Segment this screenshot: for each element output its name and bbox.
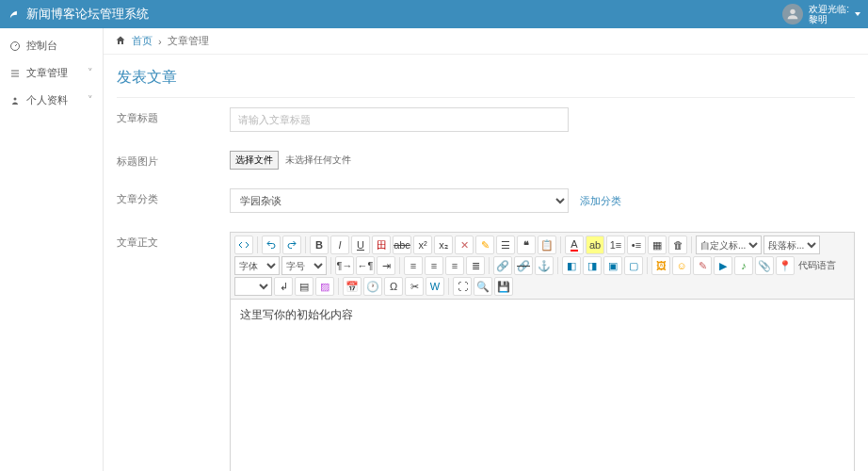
main: 首页 › 文章管理 发表文章 文章标题 标题图片 选择文件 未选择任何文件 文章… [104,28,868,471]
strike-icon[interactable]: abc [393,236,411,254]
label-body: 文章正文 [117,232,230,250]
link-icon[interactable]: 🔗 [493,256,512,275]
imgnone-icon[interactable]: ▢ [624,256,643,275]
formatmatch-icon[interactable]: ✎ [475,236,494,254]
breadcrumb: 首页 › 文章管理 [104,28,868,55]
snapscreen-icon[interactable]: ✂ [405,277,424,296]
file-status: 未选择任何文件 [285,154,351,165]
attachment-icon[interactable]: 📎 [755,256,774,275]
source-icon[interactable] [234,236,253,254]
map-icon[interactable]: 📍 [776,256,795,275]
search-icon[interactable]: 🔍 [474,277,492,296]
category-select[interactable]: 学园杂谈 [230,188,569,213]
choose-file-button[interactable]: 选择文件 [230,151,279,170]
customstyle-select[interactable]: 自定义标... [696,236,762,254]
imgcenter-icon[interactable]: ▣ [603,256,622,275]
fontsize-select[interactable]: 字号 [281,256,327,275]
underline-icon[interactable]: U [351,236,370,254]
caret-down-icon [855,12,860,16]
alignjustify-icon[interactable]: ≣ [466,256,485,275]
label-title: 文章标题 [117,107,230,125]
imgleft-icon[interactable]: ◧ [562,256,581,275]
page-title: 发表文章 [104,55,868,97]
title-input[interactable] [230,107,569,132]
selectall-icon[interactable]: ▦ [648,236,667,254]
template-icon[interactable]: ▤ [295,277,313,296]
autotypeset-icon[interactable]: ☰ [496,236,515,254]
insertol-icon[interactable]: 1≡ [606,236,625,254]
cleardoc-icon[interactable]: 🗑 [668,236,687,254]
subscript-icon[interactable]: x₂ [434,236,453,254]
pasteplain-icon[interactable]: 📋 [538,236,556,254]
brand: 新闻博客论坛管理系统 [8,6,149,23]
chevron-down-icon: ˅ [88,67,93,79]
indent-icon[interactable]: ⇥ [377,256,395,275]
avatar-icon [782,4,803,24]
alignright-icon[interactable]: ≡ [445,256,464,275]
editor-toolbar: B I U 田 abc x² x₂ ✕ ✎ ☰ ❝ 📋 A [231,233,854,300]
brand-text: 新闻博客论坛管理系统 [26,6,149,23]
removeformat-icon[interactable]: ✕ [455,236,474,254]
unlink-icon[interactable]: 🔗 [514,256,533,275]
music-icon[interactable]: ♪ [734,256,753,275]
sidebar-item-dashboard[interactable]: 控制台 [0,32,103,59]
backcolor-icon[interactable]: ab [586,236,604,254]
sidebar-item-profile[interactable]: 个人资料 ˅ [0,87,103,114]
insertimage-icon[interactable]: 🖼 [651,256,670,275]
wordimage-icon[interactable]: W [426,277,444,296]
rich-editor: B I U 田 abc x² x₂ ✕ ✎ ☰ ❝ 📋 A [230,232,855,471]
bold-icon[interactable]: B [310,236,329,254]
label-image: 标题图片 [117,151,230,169]
sidebar-item-label: 个人资料 [26,93,68,107]
anchor-icon[interactable]: ⚓ [535,256,554,275]
ltr-icon[interactable]: ¶→ [335,256,354,275]
code-lang-label: 代码语言 [796,259,838,272]
undo-icon[interactable] [262,236,281,254]
forecolor-icon[interactable]: A [565,236,584,254]
home-icon [115,35,126,48]
sidebar-item-label: 文章管理 [26,66,68,80]
alignleft-icon[interactable]: ≡ [404,256,423,275]
video-icon[interactable]: ▶ [714,256,732,275]
blockquote-icon[interactable]: ❝ [517,236,536,254]
svg-point-5 [14,97,17,100]
label-category: 文章分类 [117,188,230,206]
redo-icon[interactable] [282,236,301,254]
topbar: 新闻博客论坛管理系统 欢迎光临: 黎明 [0,0,868,28]
add-category-link[interactable]: 添加分类 [580,194,621,208]
breadcrumb-current: 文章管理 [168,34,209,48]
emotion-icon[interactable]: ☺ [672,256,691,275]
codelang-select[interactable] [234,277,272,296]
italic-icon[interactable]: I [330,236,349,254]
sidebar-item-articles[interactable]: 文章管理 ˅ [0,59,103,87]
fullscreen-icon[interactable]: ⛶ [453,277,472,296]
time-icon[interactable]: 🕐 [363,277,382,296]
user-menu[interactable]: 欢迎光临: 黎明 [782,4,860,24]
background-icon[interactable]: ▨ [315,277,334,296]
breadcrumb-sep: › [158,36,162,47]
date-icon[interactable]: 📅 [343,277,362,296]
superscript-icon[interactable]: x² [413,236,432,254]
rtl-icon[interactable]: ←¶ [356,256,375,275]
spechars-icon[interactable]: Ω [384,277,403,296]
user-name: 黎明 [809,14,828,24]
welcome-text: 欢迎光临: [809,4,849,14]
sidebar: 控制台 文章管理 ˅ 个人资料 ˅ [0,28,104,471]
sidebar-item-label: 控制台 [26,39,57,53]
imgright-icon[interactable]: ◨ [583,256,602,275]
breadcrumb-home[interactable]: 首页 [132,34,153,48]
drafts-icon[interactable]: 💾 [494,277,513,296]
svg-point-0 [791,9,796,14]
scrawl-icon[interactable]: ✎ [693,256,712,275]
aligncenter-icon[interactable]: ≡ [425,256,443,275]
leaf-icon [8,7,21,23]
paragraph-select[interactable]: 段落标... [764,236,820,254]
editor-content[interactable]: 这里写你的初始化内容 [231,300,854,471]
chevron-down-icon: ˅ [88,94,93,106]
pagebreak-icon[interactable]: ↲ [274,277,293,296]
insertul-icon[interactable]: •≡ [627,236,646,254]
fontborder-icon[interactable]: 田 [372,236,391,254]
fontfamily-select[interactable]: 字体 [234,256,280,275]
